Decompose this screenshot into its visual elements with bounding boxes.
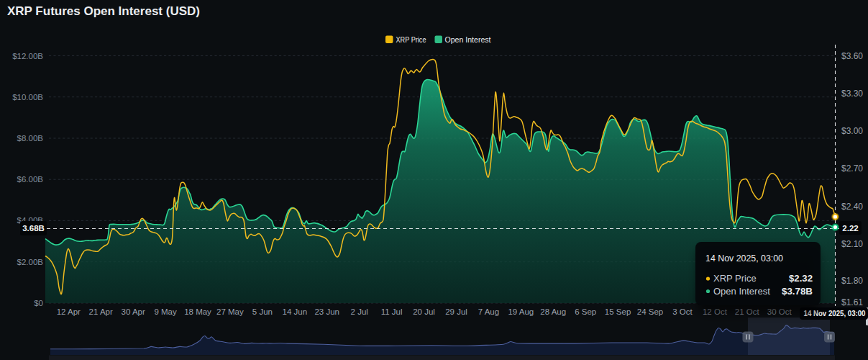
svg-text:6 Sep: 6 Sep xyxy=(575,307,596,316)
svg-text:$2.32: $2.32 xyxy=(789,273,813,284)
svg-text:$2.40: $2.40 xyxy=(841,202,863,212)
svg-text:7 Aug: 7 Aug xyxy=(478,307,499,316)
svg-text:21 Apr: 21 Apr xyxy=(89,307,113,316)
svg-text:$1.61: $1.61 xyxy=(841,297,863,307)
svg-text:$2.70: $2.70 xyxy=(841,163,863,174)
svg-text:Open Interest: Open Interest xyxy=(445,35,492,44)
svg-text:9 May: 9 May xyxy=(154,307,177,316)
svg-text:19 Aug: 19 Aug xyxy=(508,307,534,316)
svg-text:5 Jun: 5 Jun xyxy=(252,307,273,316)
svg-text:3 Oct: 3 Oct xyxy=(672,307,693,316)
svg-text:14 Nov 2025, 03:00: 14 Nov 2025, 03:00 xyxy=(705,253,783,264)
svg-text:$3.00: $3.00 xyxy=(841,126,863,136)
svg-text:$3.60: $3.60 xyxy=(841,51,863,61)
svg-text:Open Interest: Open Interest xyxy=(713,286,770,297)
svg-text:$10.00B: $10.00B xyxy=(12,93,43,102)
svg-text:XRP Price: XRP Price xyxy=(713,273,757,284)
svg-text:$2.10: $2.10 xyxy=(841,239,863,249)
svg-text:29 Jul: 29 Jul xyxy=(445,307,467,316)
svg-text:28 Aug: 28 Aug xyxy=(540,307,566,316)
svg-text:20 Jul: 20 Jul xyxy=(413,307,435,316)
svg-text:30 Apr: 30 Apr xyxy=(122,307,145,316)
svg-text:3.68B: 3.68B xyxy=(22,224,45,233)
svg-text:15 Sep: 15 Sep xyxy=(605,307,631,316)
svg-text:12 Apr: 12 Apr xyxy=(57,307,81,316)
svg-text:18 May: 18 May xyxy=(184,307,211,316)
svg-text:27 May: 27 May xyxy=(216,307,244,316)
svg-text:23 Jun: 23 Jun xyxy=(314,307,339,316)
svg-text:11 Jul: 11 Jul xyxy=(381,307,403,316)
svg-text:2.22: 2.22 xyxy=(842,224,858,233)
svg-text:XRP Futures Open Interest (USD: XRP Futures Open Interest (USD) xyxy=(7,4,200,18)
svg-text:$8.00B: $8.00B xyxy=(17,134,44,143)
svg-text:2 Jul: 2 Jul xyxy=(351,307,368,316)
svg-text:$2.00B: $2.00B xyxy=(17,258,44,266)
svg-text:14 Jun: 14 Jun xyxy=(283,307,308,316)
svg-text:24 Sep: 24 Sep xyxy=(637,307,663,316)
svg-text:XRP Price: XRP Price xyxy=(396,35,426,44)
svg-text:$3.78B: $3.78B xyxy=(782,286,813,297)
svg-text:$12.00B: $12.00B xyxy=(12,52,43,60)
svg-text:$0: $0 xyxy=(34,299,43,307)
svg-text:$1.80: $1.80 xyxy=(841,276,863,286)
svg-text:$6.00B: $6.00B xyxy=(17,175,44,184)
svg-text:$3.30: $3.30 xyxy=(841,89,863,99)
